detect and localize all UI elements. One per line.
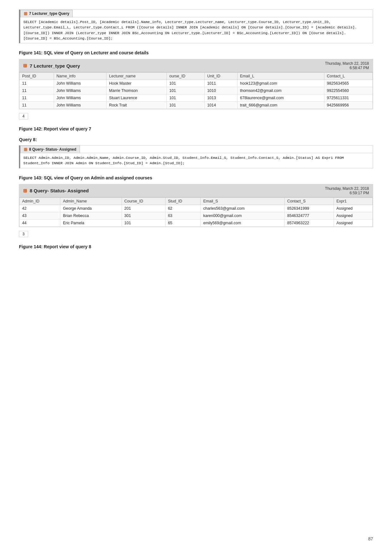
table-row: 44Eric Pamela10165emily569@gmail.com8574… <box>20 219 373 226</box>
table-cell: 8546324777 <box>285 212 334 219</box>
table-cell: George Amanda <box>60 205 122 212</box>
table-row: 11John WilliamsStuart Laurence1011013678… <box>20 94 373 102</box>
query7-result-table-wrapper: ⊞ 7 Lecturer_type Query Thursday, March … <box>19 59 373 109</box>
query7-top-tab-icon: ⊞ <box>24 11 27 16</box>
figure142-caption: Figure 142: Report view of query 7 <box>19 126 373 131</box>
table-cell: Rock Trait <box>106 102 167 109</box>
table-row: 11John WilliamsMarrie Thomson1011010thom… <box>20 87 373 94</box>
table-cell: 101 <box>167 102 205 109</box>
query8-col-admin-name: Admin_Name <box>60 197 122 205</box>
table-cell: emily569@gmail.com <box>201 219 285 226</box>
query7-result-table: Post_ID Name_info Lecturer_name ourse_ID… <box>19 72 373 109</box>
page-number: 87 <box>368 536 373 541</box>
query7-col-email: Email_L <box>237 73 324 80</box>
table-row: 11John WilliamsRock Trait1011014trait_66… <box>20 102 373 109</box>
query8-result-title-text: 8 Query- Status- Assigned <box>30 188 89 193</box>
table-cell: 1011 <box>204 80 237 87</box>
query7-table-header-row: Post_ID Name_info Lecturer_name ourse_ID… <box>20 73 373 80</box>
table-cell: 1010 <box>204 87 237 94</box>
query7-col-lecturer-name: Lecturer_name <box>106 73 167 80</box>
query7-col-contact: Contact_L <box>324 73 372 80</box>
query8-tab: ⊞ 8 Query- Status- Assigned <box>20 146 80 153</box>
figure141-caption: Figure 141: SQL view of Query on Lecture… <box>19 50 373 55</box>
table-cell: 11 <box>20 80 54 87</box>
table-cell: John Williams <box>54 87 106 94</box>
table-cell: Assigned <box>334 212 372 219</box>
query7-top-sql-body: SELECT [Academic details].Post_ID, [Acad… <box>20 17 373 43</box>
query7-result-title-text: 7 Lecturer_type Query <box>30 63 80 69</box>
table-cell: Stuart Laurence <box>106 94 167 102</box>
query8-result-time: 6:59:17 PM <box>325 191 369 195</box>
query8-label: Query 8: <box>19 137 373 142</box>
query7-top-tab: ⊞ 7 Lecturer_type Query <box>20 10 73 17</box>
table-row: 11John WilliamsHook Master1011011hook123… <box>20 80 373 87</box>
query8-sql-text: SELECT Admin.Admin_ID, Admin.Admin_Name,… <box>23 156 344 165</box>
table-row: 43Brian Rebecca30163karen000@gmail.com85… <box>20 212 373 219</box>
table-cell: Brian Rebecca <box>60 212 122 219</box>
table-cell: John Williams <box>54 94 106 102</box>
table-cell: 101 <box>122 219 165 226</box>
query7-top-tab-label: 7 Lecturer_type Query <box>29 11 69 16</box>
query8-col-contact: Contact_S <box>285 197 334 205</box>
query7-col-course-id: ourse_ID <box>167 73 205 80</box>
query7-col-name-info: Name_info <box>54 73 106 80</box>
table-cell: 101 <box>167 94 205 102</box>
query8-sql-box: ⊞ 8 Query- Status- Assigned SELECT Admin… <box>19 145 373 168</box>
query8-tab-label: 8 Query- Status- Assigned <box>29 147 76 152</box>
query8-row-count: 3 <box>19 231 28 237</box>
query7-col-unit-id: Unit_ID <box>204 73 237 80</box>
table-cell: 11 <box>20 94 54 102</box>
table-cell: Assigned <box>334 219 372 226</box>
table-cell: Hook Master <box>106 80 167 87</box>
query8-result-date: Thursday, March 22, 2018 <box>325 186 369 191</box>
table-cell: 9425669956 <box>324 102 372 109</box>
query8-result-table-wrapper: ⊞ 8 Query- Status- Assigned Thursday, Ma… <box>19 184 373 227</box>
table-cell: karen000@gmail.com <box>201 212 285 219</box>
table-cell: 44 <box>20 219 60 226</box>
query8-col-stud-id: Stud_ID <box>165 197 201 205</box>
query8-result-table: Admin_ID Admin_Name Course_ID Stud_ID Em… <box>19 197 373 227</box>
query7-result-date: Thursday, March 22, 2018 <box>325 61 369 66</box>
query7-top-sql-text: SELECT [Academic details].Post_ID, [Acad… <box>23 20 357 40</box>
table-cell: 65 <box>165 219 201 226</box>
table-cell: 101 <box>167 80 205 87</box>
query7-row-count: 4 <box>19 113 28 119</box>
table-cell: Eric Pamela <box>60 219 122 226</box>
query8-table-header-row: Admin_ID Admin_Name Course_ID Stud_ID Em… <box>20 197 373 205</box>
query7-result-datetime: Thursday, March 22, 2018 6:58:47 PM <box>325 61 369 70</box>
table-row: 42George Amanda20162charles563@gmail.com… <box>20 205 373 212</box>
figure144-caption: Figure 144: Report view of query 8 <box>19 244 373 249</box>
query8-col-course-id: Course_ID <box>122 197 165 205</box>
table-cell: 11 <box>20 87 54 94</box>
query8-sql-body: SELECT Admin.Admin_ID, Admin.Admin_Name,… <box>20 153 373 168</box>
query8-col-expr1: Expr1 <box>334 197 372 205</box>
query8-col-email: Email_S <box>201 197 285 205</box>
table-cell: thomson42@gmail.com <box>237 87 324 94</box>
query7-result-header: ⊞ 7 Lecturer_type Query Thursday, March … <box>19 59 373 72</box>
table-cell: John Williams <box>54 80 106 87</box>
table-cell: 1014 <box>204 102 237 109</box>
query8-result-icon: ⊞ <box>23 188 27 194</box>
table-cell: 8526341999 <box>285 205 334 212</box>
table-cell: hook123@gmail.com <box>237 80 324 87</box>
table-cell: 1013 <box>204 94 237 102</box>
table-cell: 9725611331 <box>324 94 372 102</box>
table-cell: 8574963222 <box>285 219 334 226</box>
table-cell: Assigned <box>334 205 372 212</box>
table-cell: John Williams <box>54 102 106 109</box>
query7-result-time: 6:58:47 PM <box>325 66 369 70</box>
table-cell: trait_666@gmail.com <box>237 102 324 109</box>
query7-col-post-id: Post_ID <box>20 73 54 80</box>
query7-top-sql-box: ⊞ 7 Lecturer_type Query SELECT [Academic… <box>19 9 373 43</box>
query8-col-admin-id: Admin_ID <box>20 197 60 205</box>
table-cell: 9922554560 <box>324 87 372 94</box>
table-cell: 678laurence@gmail.com <box>237 94 324 102</box>
table-cell: 301 <box>122 212 165 219</box>
query8-result-datetime: Thursday, March 22, 2018 6:59:17 PM <box>325 186 369 195</box>
table-cell: 9825634565 <box>324 80 372 87</box>
query8-result-title: ⊞ 8 Query- Status- Assigned <box>23 188 89 194</box>
query7-result-title: ⊞ 7 Lecturer_type Query <box>23 63 80 69</box>
figure143-caption: Figure 143: SQL view of Query on Admin a… <box>19 175 373 180</box>
table-cell: 63 <box>165 212 201 219</box>
table-cell: Marrie Thomson <box>106 87 167 94</box>
